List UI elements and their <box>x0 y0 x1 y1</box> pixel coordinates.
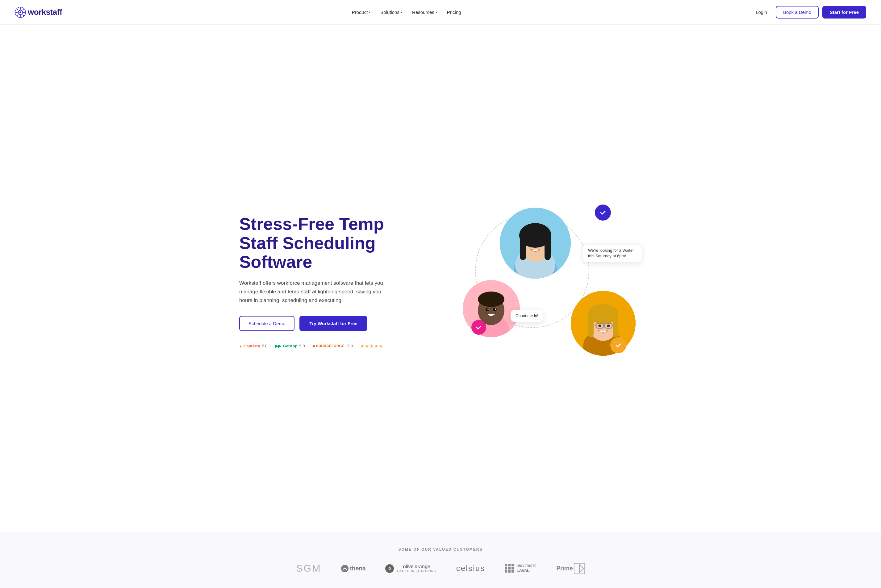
logo-sgm: SGM <box>296 563 321 574</box>
olive-icon: O <box>385 564 394 573</box>
nav-actions: Login Book a Demo Start for Free <box>751 6 866 18</box>
svg-point-48 <box>474 323 483 332</box>
star-rating: ★★★★★ <box>360 344 383 349</box>
logo-laval: UNIVERSITÉ LAVAL <box>505 564 537 573</box>
rating-capterra: ⬥ Capterra 5.0 <box>239 344 268 348</box>
rating-sourceforge: ◆ SourceForge 5.0 <box>313 344 353 348</box>
hero-description: Workstaff offers workforce management so… <box>239 279 387 305</box>
svg-point-28 <box>486 308 489 311</box>
athena-icon <box>341 565 349 572</box>
hero-illustration: We're looking for a Waiter this Saturday… <box>463 201 642 362</box>
svg-point-31 <box>495 309 496 310</box>
svg-point-45 <box>598 324 601 327</box>
nav-product[interactable]: Product ▾ <box>352 10 371 15</box>
svg-point-27 <box>478 291 504 307</box>
check-badge-2 <box>471 320 486 335</box>
nav-links: Product ▾ Solutions ▾ Resources ▾ Pricin… <box>352 10 461 15</box>
rating-getapp: ▶▶ GetApp 5.0 <box>275 344 305 348</box>
getapp-label: GetApp <box>283 344 298 348</box>
prime-icon <box>574 563 585 574</box>
check-badge-3 <box>610 337 626 353</box>
getapp-icon: ▶▶ <box>275 344 281 348</box>
logo[interactable]: workstaff <box>15 7 62 18</box>
logo-olive-orange: O olive orange TRAITEUR | CATERING <box>385 564 436 573</box>
svg-rect-39 <box>613 316 618 337</box>
speech-bubble-2: Count me in! <box>511 310 543 322</box>
hero-buttons: Schedule a Demo Try Workstaff for Free <box>239 316 412 331</box>
svg-point-11 <box>20 9 21 10</box>
speech-bubble-1: We're looking for a Waiter this Saturday… <box>583 244 642 262</box>
sourceforge-icon: ◆ SourceForge <box>313 344 344 348</box>
nav-pricing[interactable]: Pricing <box>447 10 461 15</box>
sourceforge-score: 5.0 <box>347 344 353 348</box>
getapp-score: 5.0 <box>299 344 305 348</box>
logo-prime: Prime <box>556 563 585 574</box>
chevron-down-icon: ▾ <box>369 10 370 14</box>
ratings-section: ⬥ Capterra 5.0 ▶▶ GetApp 5.0 ◆ SourceFor… <box>239 344 412 349</box>
svg-point-30 <box>487 309 489 310</box>
avatar-woman-asian <box>500 208 571 279</box>
chevron-down-icon: ▾ <box>401 10 402 14</box>
svg-point-29 <box>493 308 497 311</box>
logo-celsius: celsius <box>456 564 485 573</box>
svg-point-49 <box>614 341 622 350</box>
svg-rect-18 <box>520 236 526 260</box>
logo-text: workstaff <box>28 8 62 17</box>
hero-title: Stress-Free Temp Staff Scheduling Softwa… <box>239 214 412 272</box>
svg-rect-38 <box>588 316 594 337</box>
logo-icon <box>15 7 26 18</box>
svg-point-20 <box>528 243 533 246</box>
svg-point-21 <box>538 243 542 246</box>
customers-logos: SGM thena O olive orange TRAITEUR | CATE… <box>15 563 866 574</box>
hero-section: Stress-Free Temp Staff Scheduling Softwa… <box>224 25 657 532</box>
try-free-button[interactable]: Try Workstaff for Free <box>299 316 367 331</box>
nav-solutions[interactable]: Solutions ▾ <box>380 10 402 15</box>
book-demo-button[interactable]: Book a Demo <box>776 6 819 18</box>
capterra-label: Capterra <box>244 344 260 348</box>
customers-label: SOME OF OUR VALUED CUSTOMERS <box>15 547 866 552</box>
nav-resources[interactable]: Resources ▾ <box>412 10 437 15</box>
svg-point-47 <box>598 208 607 217</box>
logo-athena: thena <box>341 565 366 572</box>
login-button[interactable]: Login <box>751 7 772 17</box>
navbar: workstaff Product ▾ Solutions ▾ Resource… <box>0 0 881 25</box>
chevron-down-icon: ▾ <box>436 10 437 14</box>
svg-point-10 <box>20 11 21 13</box>
customers-section: SOME OF OUR VALUED CUSTOMERS SGM thena O… <box>0 532 881 588</box>
capterra-icon: ⬥ <box>239 344 242 348</box>
svg-rect-19 <box>544 236 551 260</box>
check-badge-1 <box>595 204 611 220</box>
svg-point-46 <box>607 324 610 327</box>
hero-left: Stress-Free Temp Staff Scheduling Softwa… <box>239 214 412 349</box>
capterra-score: 5.0 <box>262 344 267 348</box>
start-free-button[interactable]: Start for Free <box>822 6 866 18</box>
schedule-demo-button[interactable]: Schedule a Demo <box>239 316 295 331</box>
laval-grid <box>505 564 514 573</box>
